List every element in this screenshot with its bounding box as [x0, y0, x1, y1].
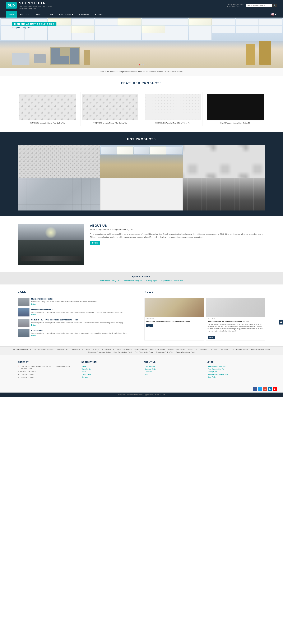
case-more-1[interactable]: Details [31, 303, 36, 305]
dot-3[interactable] [143, 64, 144, 66]
case-item-1: Material for interior ceiling Mineral fi… [18, 298, 138, 306]
bl-13[interactable]: T/T T-grid [210, 348, 217, 350]
bl-2[interactable]: Sagging Resistance Ceiling [34, 348, 54, 350]
chat-widget[interactable]: 💬 [279, 320, 283, 324]
footer-contact: CONTACT 📍 2300, No. 4 Kairuan Jincheng B… [18, 361, 76, 380]
case-info-1: Material for interior ceiling Mineral fi… [31, 298, 98, 305]
hot-item-6[interactable] [183, 178, 265, 210]
nav-factory[interactable]: Factory Show ▼ [56, 11, 76, 18]
search-button[interactable]: 🔍 [272, 4, 277, 7]
search-input[interactable] [246, 4, 272, 7]
about-details-btn[interactable]: Details [90, 241, 100, 245]
case-thumb-4 [18, 329, 30, 338]
footer-info-link-4[interactable]: Certifications [81, 374, 140, 375]
quick-link-2[interactable]: Fiber Glass Ceiling Tile [124, 280, 142, 282]
footer-link-4[interactable]: Gypsum Board Steel Frame [207, 374, 266, 375]
bl-17[interactable]: Fiber Glass Suspended Ceiling [88, 351, 110, 353]
case-name-1: Material for interior ceiling [31, 298, 98, 300]
bl-4[interactable]: Black Ceiling Tile [71, 348, 83, 350]
footer-info-link-1[interactable]: Delivery [81, 366, 140, 367]
news-img-2 [206, 298, 265, 317]
search-box[interactable]: 🔍 [246, 4, 277, 7]
footer-info-link-5[interactable]: Site Map [81, 376, 140, 378]
facebook-icon[interactable]: f [253, 387, 257, 391]
bl-1[interactable]: Mineral Fiber Ceiling Tile [14, 348, 31, 350]
product-img-4 [207, 94, 264, 120]
product-card-3[interactable]: SNOWFLAKE Acoustic Mineral Fiber Ceiling… [143, 92, 203, 126]
news-more-btn-1[interactable]: More [146, 324, 153, 328]
bl-11[interactable]: Steel Profile [188, 348, 197, 350]
bl-7[interactable]: RH95 Ceiling Board [117, 348, 132, 350]
bl-10[interactable]: Bacteria Proofing Ceiling [168, 348, 186, 350]
bl-8[interactable]: Suspended T-grid [134, 348, 147, 350]
bl-14[interactable]: T24 T-grid [220, 348, 228, 350]
logo-area: SLD SHENGLUDA Guaranteeing the highest q… [6, 1, 52, 10]
hot-item-5[interactable] [100, 178, 183, 210]
product-card-1[interactable]: WINTERSUN Acoustic Mineral Fiber Ceiling… [18, 92, 78, 126]
news-card-1[interactable]: 02-02-2023 How to deal with the yellowin… [144, 298, 204, 340]
bl-15[interactable]: Fiber Glass Face Ceiling [231, 348, 248, 350]
bl-12[interactable]: C-channel [200, 348, 208, 350]
bl-20[interactable]: Fiber Glass Ceiling Tile [156, 351, 173, 353]
product-card-4[interactable]: BLACK Acoustic Mineral Fiber Ceiling Til… [206, 92, 265, 126]
case-more-2[interactable]: Details [31, 314, 36, 316]
googleplus-icon[interactable]: g+ [263, 387, 267, 391]
case-more-3[interactable]: Details [31, 324, 36, 326]
youtube-icon[interactable]: ▶ [273, 387, 277, 391]
language-flag[interactable]: 🇺🇸▼ [270, 12, 277, 16]
twitter-icon[interactable]: t [258, 387, 262, 391]
bl-16[interactable]: Fiber Glass Office Ceiling [251, 348, 270, 350]
dot-1[interactable] [139, 64, 140, 66]
footer-link-3[interactable]: Ceiling T-grid [207, 371, 266, 373]
footer-contact-title: CONTACT [18, 361, 76, 363]
bl-18[interactable]: Fiber Glass Ceiling Panel [114, 351, 132, 353]
hot-item-1[interactable] [18, 145, 100, 178]
news-more-btn-2[interactable]: More [208, 336, 215, 339]
nav-about[interactable]: About Us ▼ [92, 11, 108, 18]
news-card-2[interactable]: 30-12-2023 How to determine the ceiling … [206, 298, 266, 340]
hot-item-3[interactable] [183, 145, 265, 178]
nav-news[interactable]: News ▼ [33, 11, 46, 18]
footer-about-link-3[interactable]: Exhibition [144, 371, 202, 373]
news-cards: 02-02-2023 How to deal with the yellowin… [144, 298, 265, 340]
footer-about-link-1[interactable]: Company Info [144, 366, 202, 367]
hot-item-2[interactable] [100, 145, 183, 178]
linkedin-icon[interactable]: in [268, 387, 272, 391]
hero-banner: HIGH-END ACOUSTIC CEILING TILE Shengluda… [0, 18, 283, 68]
bl-9[interactable]: Clean Room Ceiling [150, 348, 165, 350]
quick-link-3[interactable]: Ceiling T-grid [146, 280, 157, 282]
bl-3[interactable]: 600 Ceiling Tile [57, 348, 68, 350]
footer-about-link-4[interactable]: FAQ [144, 374, 202, 375]
case-name-4: Kenya airport [31, 329, 127, 331]
dot-2[interactable] [141, 64, 142, 66]
bl-21[interactable]: Sagging Resistance Panel [176, 351, 195, 353]
bl-19[interactable]: Fiber Glass Ceiling Board [135, 351, 153, 353]
footer-info-link-2[interactable]: Team Service [81, 368, 140, 370]
about-title: ABOUT US [90, 224, 265, 228]
footer-info-link-3[interactable]: News [81, 371, 140, 373]
bl-5[interactable]: RH80 Ceiling Tile [86, 348, 99, 350]
case-more-4[interactable]: Details [31, 334, 36, 336]
quick-links-title: QUICK LINKS [3, 275, 280, 278]
footer-link-5[interactable]: Steel Profile [207, 376, 266, 378]
case-info-3: Shizuoka TBU Toyota automobile manufactu… [31, 319, 124, 326]
footer-link-2[interactable]: Fiber Glass Ceiling Tile [207, 368, 266, 370]
quick-link-4[interactable]: Gypsum Board Steel Frame [161, 280, 183, 282]
quick-link-1[interactable]: Mineral Fiber Ceiling Tile [100, 280, 120, 282]
footer-link-1[interactable]: Mineral Fiber Ceiling Tile [207, 366, 266, 367]
product-card-2[interactable]: QUIETAIR II Acoustic Mineral Fiber Ceili… [80, 92, 140, 126]
hot-item-4[interactable] [18, 178, 100, 210]
brand-name: SHENGLUDA Guaranteeing the highest quali… [19, 1, 52, 10]
bottom-links: Mineral Fiber Ceiling Tile Sagging Resis… [0, 346, 283, 355]
footer-about-link-2[interactable]: Company Style [144, 368, 202, 370]
product-img-2 [82, 94, 138, 120]
news-card-title-1: How to deal with the yellowing of the mi… [144, 320, 204, 323]
nav-contact[interactable]: Contact Us [76, 11, 92, 18]
nav-home[interactable]: Home [6, 11, 17, 18]
case-thumb-1 [18, 298, 30, 306]
bl-6[interactable]: RH95 Ceiling Tile [102, 348, 114, 350]
header: SLD SHENGLUDA Guaranteeing the highest q… [0, 0, 283, 18]
nav-products[interactable]: Products ▼ [17, 11, 33, 18]
hot-products-section: HOT PRODUCTS — [0, 132, 283, 216]
nav-case[interactable]: Case [46, 11, 56, 18]
